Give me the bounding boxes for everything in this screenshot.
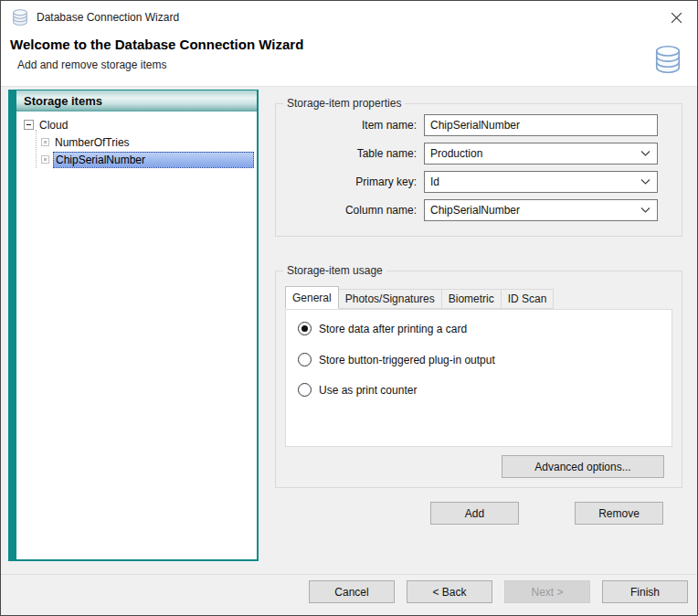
usage-tab-strip: General Photos/Signatures Biometric ID S… bbox=[285, 287, 553, 309]
tree-selection-highlight: ChipSerialNumber bbox=[53, 152, 254, 168]
chevron-down-icon bbox=[640, 207, 650, 214]
radio-label: Store data after printing a card bbox=[319, 323, 467, 335]
storage-items-tree: Cloud NumberOfTries ChipSerialNumber bbox=[16, 112, 257, 168]
column-name-dropdown[interactable]: ChipSerialNumber bbox=[424, 199, 658, 221]
radio-button-triggered-output[interactable]: Store button-triggered plug-in output bbox=[298, 353, 495, 366]
tab-photos-signatures[interactable]: Photos/Signatures bbox=[338, 289, 442, 309]
tree-item-label: Cloud bbox=[39, 119, 68, 132]
close-icon bbox=[671, 12, 682, 24]
database-icon bbox=[653, 45, 682, 74]
chevron-down-icon bbox=[640, 178, 650, 186]
usage-groupbox: Storage-item usage General Photos/Signat… bbox=[275, 271, 682, 488]
close-button[interactable] bbox=[664, 6, 688, 28]
column-name-row: Column name: ChipSerialNumber bbox=[276, 198, 682, 221]
radio-label: Store button-triggered plug-in output bbox=[319, 354, 495, 366]
page-subtitle: Add and remove storage items bbox=[17, 58, 166, 71]
table-name-value: Production bbox=[430, 147, 482, 160]
radio-label: Use as print counter bbox=[319, 384, 417, 397]
title-bar: Database Connection Wizard bbox=[1, 1, 697, 34]
radio-icon bbox=[298, 322, 312, 335]
radio-print-counter[interactable]: Use as print counter bbox=[298, 383, 417, 397]
column-name-label: Column name: bbox=[276, 204, 424, 217]
tree-item-chipserialnumber[interactable]: ChipSerialNumber bbox=[16, 151, 257, 168]
back-button[interactable]: < Back bbox=[407, 580, 492, 603]
storage-panel-header: Storage items bbox=[16, 90, 257, 112]
properties-groupbox: Storage-item properties Item name: Table… bbox=[275, 103, 682, 237]
item-name-input[interactable] bbox=[424, 114, 658, 136]
chevron-down-icon bbox=[640, 150, 650, 157]
wizard-window: Database Connection Wizard Welcome to th… bbox=[0, 0, 698, 616]
tab-biometric[interactable]: Biometric bbox=[441, 289, 502, 309]
tab-id-scan[interactable]: ID Scan bbox=[501, 289, 555, 309]
primary-key-label: Primary key: bbox=[276, 175, 424, 188]
tree-item-cloud[interactable]: Cloud bbox=[16, 116, 257, 133]
table-name-row: Table name: Production bbox=[276, 142, 682, 165]
storage-items-panel: Storage items Cloud NumberOfTries ChipSe… bbox=[8, 90, 259, 561]
window-title: Database Connection Wizard bbox=[37, 11, 179, 24]
remove-button[interactable]: Remove bbox=[575, 502, 663, 525]
table-name-label: Table name: bbox=[276, 147, 424, 160]
primary-key-dropdown[interactable]: Id bbox=[424, 171, 658, 193]
tree-item-label: NumberOfTries bbox=[55, 136, 130, 149]
tree-leaf-icon bbox=[41, 138, 49, 146]
properties-group-title: Storage-item properties bbox=[283, 97, 405, 110]
advanced-options-button[interactable]: Advanced options... bbox=[502, 455, 664, 478]
tree-leaf-icon bbox=[41, 155, 49, 164]
primary-key-row: Primary key: Id bbox=[276, 170, 682, 193]
tab-general[interactable]: General bbox=[285, 286, 339, 309]
next-button: Next > bbox=[504, 580, 590, 603]
usage-group-title: Storage-item usage bbox=[283, 264, 386, 277]
column-name-value: ChipSerialNumber bbox=[430, 204, 520, 217]
table-name-dropdown[interactable]: Production bbox=[424, 143, 658, 165]
tree-item-label: ChipSerialNumber bbox=[56, 154, 145, 166]
finish-button[interactable]: Finish bbox=[602, 580, 688, 603]
cancel-button[interactable]: Cancel bbox=[309, 580, 395, 603]
radio-store-after-print[interactable]: Store data after printing a card bbox=[298, 322, 467, 335]
general-tab-page: Store data after printing a card Store b… bbox=[285, 309, 672, 447]
page-title: Welcome to the Database Connection Wizar… bbox=[10, 37, 303, 52]
primary-key-value: Id bbox=[430, 175, 439, 188]
item-name-row: Item name: bbox=[276, 113, 682, 136]
wizard-footer: Cancel < Back Next > Finish bbox=[1, 574, 697, 615]
radio-icon bbox=[298, 383, 312, 397]
tree-item-numberoftries[interactable]: NumberOfTries bbox=[16, 133, 257, 151]
radio-icon bbox=[298, 353, 312, 366]
database-app-icon bbox=[11, 8, 29, 27]
add-button[interactable]: Add bbox=[430, 502, 519, 525]
collapse-expander-icon[interactable] bbox=[24, 120, 34, 130]
item-name-label: Item name: bbox=[276, 119, 424, 132]
